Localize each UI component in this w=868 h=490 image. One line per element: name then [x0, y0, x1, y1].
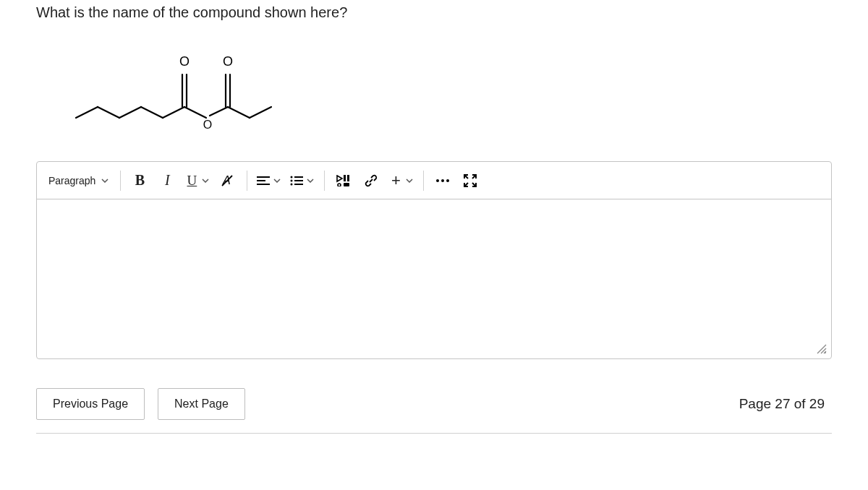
chevron-down-icon[interactable] — [273, 177, 281, 184]
media-button[interactable] — [331, 168, 357, 194]
svg-line-4 — [163, 107, 184, 118]
svg-rect-29 — [347, 175, 349, 181]
svg-rect-28 — [344, 175, 346, 181]
block-format-label: Paragraph — [48, 175, 95, 186]
svg-point-22 — [291, 179, 293, 181]
list-button[interactable] — [286, 168, 307, 194]
svg-line-8 — [210, 107, 228, 116]
align-button[interactable] — [253, 168, 273, 194]
svg-line-1 — [98, 107, 119, 118]
resize-handle-icon[interactable] — [815, 343, 828, 356]
chevron-down-icon — [101, 177, 109, 184]
svg-point-32 — [436, 179, 439, 182]
underline-button[interactable]: U — [182, 168, 202, 194]
svg-line-0 — [76, 107, 98, 118]
svg-point-23 — [291, 183, 293, 185]
svg-point-33 — [441, 179, 444, 182]
svg-rect-31 — [344, 183, 349, 186]
toolbar-divider — [324, 171, 325, 191]
chevron-down-icon[interactable] — [202, 177, 209, 184]
svg-marker-27 — [337, 176, 342, 181]
question-text: What is the name of the compound shown h… — [36, 4, 832, 21]
bold-button[interactable]: B — [127, 168, 153, 194]
svg-line-3 — [141, 107, 163, 118]
rich-text-editor: Paragraph B I U A — [36, 161, 832, 359]
svg-line-11 — [228, 107, 250, 118]
next-page-button[interactable]: Next Page — [158, 388, 245, 420]
svg-point-34 — [446, 179, 449, 182]
editor-content-area[interactable] — [37, 199, 831, 358]
insert-button[interactable]: + — [386, 168, 406, 194]
compound-structure: O O O — [36, 38, 832, 161]
svg-point-42 — [825, 352, 826, 353]
editor-toolbar: Paragraph B I U A — [37, 162, 831, 199]
toolbar-divider — [247, 171, 247, 191]
link-button[interactable] — [358, 168, 384, 194]
toolbar-divider — [423, 171, 424, 191]
previous-page-button[interactable]: Previous Page — [36, 388, 145, 420]
svg-text:O: O — [223, 54, 233, 69]
clear-format-button[interactable]: A — [215, 168, 241, 194]
pagination-bar: Previous Page Next Page Page 27 of 29 — [36, 388, 832, 434]
more-button[interactable] — [430, 168, 456, 194]
svg-text:O: O — [203, 119, 212, 131]
toolbar-divider — [120, 171, 121, 191]
svg-line-12 — [250, 107, 271, 118]
fullscreen-button[interactable] — [457, 168, 483, 194]
page-status: Page 27 of 29 — [739, 396, 832, 412]
chevron-down-icon[interactable] — [406, 177, 413, 184]
block-format-select[interactable]: Paragraph — [43, 171, 114, 191]
italic-button[interactable]: I — [154, 168, 180, 194]
svg-point-21 — [291, 176, 293, 178]
svg-point-30 — [338, 184, 341, 186]
svg-line-7 — [184, 107, 206, 118]
svg-text:O: O — [179, 54, 190, 69]
svg-line-2 — [119, 107, 141, 118]
chevron-down-icon[interactable] — [307, 177, 314, 184]
